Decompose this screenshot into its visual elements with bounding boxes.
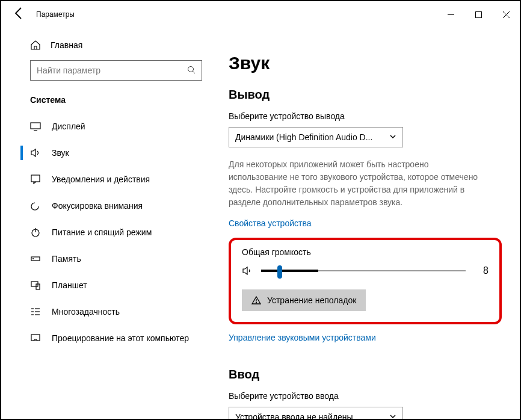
sidebar: Главная Система Дисплей Звук Уведомления…	[1, 28, 213, 419]
sidebar-item-sound[interactable]: Звук	[1, 140, 213, 166]
troubleshoot-label: Устранение неполадок	[267, 295, 356, 305]
chevron-down-icon	[389, 132, 396, 142]
chevron-down-icon	[389, 412, 396, 419]
main-panel: Звук Вывод Выберите устройство вывода Ди…	[213, 28, 520, 419]
search-input-wrap[interactable]	[30, 60, 202, 81]
maximize-button[interactable]	[464, 1, 492, 28]
svg-point-12	[33, 259, 34, 259]
svg-rect-6	[31, 123, 40, 129]
svg-rect-1	[475, 11, 481, 17]
home-icon	[30, 40, 41, 51]
nav-list: Дисплей Звук Уведомления и действия Фоку…	[1, 113, 213, 351]
sidebar-item-multitask[interactable]: Многозадачность	[1, 298, 213, 325]
sidebar-item-label: Планшет	[52, 280, 87, 290]
back-button[interactable]	[12, 6, 26, 23]
highlight-box: Общая громкость 8 Устранение неполадок	[229, 238, 502, 324]
sidebar-item-projecting[interactable]: Проецирование на этот компьютер	[1, 325, 213, 351]
sidebar-item-power[interactable]: Питание и спящий режим	[1, 219, 213, 246]
volume-slider-thumb[interactable]	[277, 265, 282, 279]
svg-point-23	[256, 303, 257, 303]
search-input[interactable]	[37, 66, 187, 75]
volume-slider-fill	[261, 270, 318, 272]
tablet-icon	[30, 280, 41, 291]
focus-icon	[30, 200, 41, 211]
sidebar-item-label: Звук	[52, 148, 69, 158]
sidebar-item-focus[interactable]: Фокусировка внимания	[1, 193, 213, 219]
sidebar-item-label: Уведомления и действия	[52, 174, 150, 184]
sound-icon	[30, 147, 41, 158]
minimize-button[interactable]	[437, 1, 464, 28]
output-device-label: Выберите устройство вывода	[229, 111, 502, 121]
device-properties-link[interactable]: Свойства устройства	[229, 218, 502, 228]
manage-devices-link[interactable]: Управление звуковыми устройствами	[229, 333, 502, 342]
svg-rect-8	[31, 175, 40, 182]
page-title: Звук	[229, 53, 502, 73]
output-help-text: Для некоторых приложений может быть наст…	[229, 158, 481, 209]
speaker-icon	[242, 265, 253, 276]
master-volume-label: Общая громкость	[242, 247, 489, 257]
home-link[interactable]: Главная	[1, 34, 213, 60]
sidebar-item-label: Питание и спящий режим	[52, 227, 152, 237]
sidebar-item-label: Фокусировка внимания	[52, 201, 143, 211]
close-button[interactable]	[492, 1, 520, 28]
home-label: Главная	[51, 40, 82, 50]
window-title: Параметры	[36, 10, 75, 19]
window-controls	[437, 1, 520, 28]
input-device-select[interactable]: Устройства ввода не найдены	[229, 407, 403, 419]
svg-line-5	[193, 71, 196, 73]
sidebar-item-storage[interactable]: Память	[1, 246, 213, 272]
svg-point-4	[188, 66, 194, 72]
display-icon	[30, 121, 41, 132]
sidebar-item-display[interactable]: Дисплей	[1, 113, 213, 140]
sidebar-item-label: Дисплей	[52, 122, 85, 131]
sidebar-item-label: Многозадачность	[52, 307, 120, 317]
titlebar: Параметры	[1, 1, 520, 28]
power-icon	[30, 227, 41, 238]
sidebar-item-tablet[interactable]: Планшет	[1, 272, 213, 298]
sidebar-item-notifications[interactable]: Уведомления и действия	[1, 166, 213, 193]
volume-slider[interactable]	[261, 270, 466, 271]
input-device-selected: Устройства ввода не найдены	[235, 412, 353, 419]
section-input-heading: Ввод	[229, 368, 502, 381]
section-output-heading: Вывод	[229, 88, 502, 102]
multitask-icon	[30, 306, 41, 317]
sidebar-item-label: Память	[52, 254, 81, 264]
troubleshoot-button[interactable]: Устранение неполадок	[242, 289, 366, 311]
output-device-select[interactable]: Динамики (High Definition Audio D...	[229, 127, 403, 147]
output-device-selected: Динамики (High Definition Audio D...	[235, 132, 372, 142]
storage-icon	[30, 253, 41, 264]
input-device-label: Выберите устройство ввода	[229, 391, 502, 401]
notifications-icon	[30, 174, 41, 185]
projecting-icon	[30, 333, 41, 344]
volume-slider-row: 8	[242, 265, 489, 276]
search-icon	[187, 66, 196, 76]
sidebar-item-label: Проецирование на этот компьютер	[52, 333, 189, 343]
category-label: Система	[1, 81, 213, 113]
warning-icon	[251, 295, 261, 305]
volume-value: 8	[474, 265, 489, 276]
